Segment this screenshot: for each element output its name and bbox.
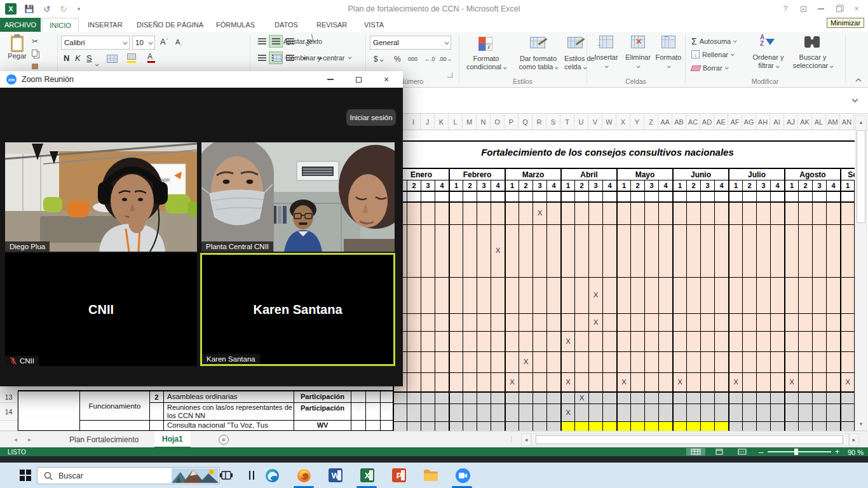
calendar-cell[interactable] bbox=[491, 192, 505, 203]
calendar-cell[interactable] bbox=[616, 393, 630, 404]
calendar-cell[interactable] bbox=[616, 314, 630, 332]
calendar-cell[interactable] bbox=[449, 225, 463, 278]
calendar-cell[interactable] bbox=[826, 314, 840, 332]
calendar-cell[interactable] bbox=[519, 225, 532, 278]
sheet-prev-icon[interactable]: ◂ bbox=[14, 436, 17, 443]
calendar-cell[interactable] bbox=[519, 332, 532, 352]
calendar-cell[interactable] bbox=[560, 278, 574, 314]
calendar-cell[interactable] bbox=[756, 404, 770, 422]
calendar-cell[interactable] bbox=[714, 393, 728, 404]
calendar-cell[interactable] bbox=[826, 352, 840, 373]
calendar-cell[interactable] bbox=[742, 314, 756, 332]
calendar-cell[interactable] bbox=[421, 203, 435, 225]
calendar-cell[interactable] bbox=[644, 332, 658, 352]
calendar-week-header[interactable]: 3 bbox=[532, 180, 546, 192]
calendar-cell[interactable] bbox=[407, 278, 421, 314]
calendar-cell[interactable] bbox=[798, 192, 812, 203]
calendar-cell[interactable] bbox=[560, 192, 574, 203]
calendar-cell[interactable] bbox=[798, 352, 812, 373]
calendar-cell[interactable] bbox=[854, 314, 855, 332]
calendar-cell[interactable] bbox=[700, 192, 714, 203]
activity-cell[interactable]: Reuniones con las/os representantes de l… bbox=[163, 403, 294, 421]
calendar-cell[interactable] bbox=[658, 373, 672, 393]
calendar-cell[interactable] bbox=[463, 352, 477, 373]
calendar-cell[interactable] bbox=[602, 278, 616, 314]
calendar-cell[interactable] bbox=[728, 192, 742, 203]
column-header-J[interactable]: J bbox=[421, 114, 435, 130]
search-box[interactable]: Buscar bbox=[37, 467, 220, 484]
column-header-AH[interactable]: AH bbox=[756, 114, 770, 130]
zoom-minimize-button[interactable] bbox=[318, 71, 343, 88]
calendar-cell[interactable] bbox=[784, 422, 798, 431]
calendar-cell[interactable] bbox=[672, 278, 686, 314]
calendar-cell[interactable] bbox=[477, 192, 491, 203]
calendar-week-header[interactable]: 2 bbox=[630, 180, 644, 192]
calendar-cell[interactable] bbox=[798, 422, 812, 431]
calendar-cell[interactable] bbox=[714, 314, 728, 332]
calendar-cell[interactable] bbox=[686, 278, 700, 314]
calendar-cell[interactable] bbox=[588, 422, 602, 431]
calendar-cell[interactable] bbox=[714, 373, 728, 393]
calendar-week-header[interactable]: 4 bbox=[491, 180, 505, 192]
calendar-cell[interactable] bbox=[644, 422, 658, 431]
calendar-cell[interactable] bbox=[477, 373, 491, 393]
calendar-cell[interactable] bbox=[630, 422, 644, 431]
calendar-cell[interactable] bbox=[644, 192, 658, 203]
calendar-cell[interactable] bbox=[770, 332, 784, 352]
file-explorer-icon[interactable] bbox=[423, 468, 438, 483]
qat-customize-icon[interactable]: ▾ bbox=[72, 3, 85, 15]
sheet-next-icon[interactable]: ▸ bbox=[28, 436, 31, 443]
calendar-cell[interactable] bbox=[393, 393, 407, 404]
calendar-cell[interactable] bbox=[770, 203, 784, 225]
calendar-cell[interactable] bbox=[505, 192, 519, 203]
calendar-cell[interactable] bbox=[756, 278, 770, 314]
undo-icon[interactable]: ↺ bbox=[41, 3, 53, 15]
calendar-cell[interactable] bbox=[421, 352, 435, 373]
paste-button[interactable]: Pegar bbox=[5, 34, 29, 74]
help-icon[interactable]: ? bbox=[778, 3, 793, 15]
calendar-month-julio[interactable]: Julio bbox=[728, 168, 784, 180]
calendar-cell[interactable] bbox=[812, 373, 826, 393]
calendar-cell[interactable] bbox=[812, 332, 826, 352]
calendar-cell[interactable] bbox=[756, 203, 770, 225]
activity-cell[interactable]: Consulta nacional "Tu Voz, Tus bbox=[163, 421, 294, 431]
calendar-cell[interactable] bbox=[826, 422, 840, 431]
font-color-icon[interactable]: A bbox=[147, 52, 155, 63]
calendar-cell[interactable] bbox=[658, 404, 672, 422]
calendar-cell[interactable] bbox=[602, 314, 616, 332]
calendar-cell[interactable] bbox=[546, 373, 560, 393]
calendar-cell[interactable] bbox=[756, 352, 770, 373]
calendar-cell[interactable] bbox=[491, 404, 505, 422]
calendar-cell[interactable] bbox=[742, 373, 756, 393]
tab-splitter-handle[interactable]: ⋮ bbox=[508, 435, 515, 442]
calendar-cell[interactable] bbox=[700, 373, 714, 393]
calendar-cell[interactable] bbox=[602, 203, 616, 225]
calendar-cell[interactable] bbox=[407, 352, 421, 373]
calendar-cell[interactable] bbox=[784, 203, 798, 225]
calendar-cell[interactable] bbox=[393, 422, 407, 431]
column-header-AD[interactable]: AD bbox=[700, 114, 714, 130]
column-header-R[interactable]: R bbox=[532, 114, 546, 130]
calendar-cell[interactable] bbox=[574, 278, 588, 314]
table-cell[interactable] bbox=[365, 403, 380, 421]
tag-cell[interactable]: Participación bbox=[294, 391, 351, 403]
calendar-cell[interactable] bbox=[742, 393, 756, 404]
calendar-cell[interactable] bbox=[742, 404, 756, 422]
calendar-cell[interactable]: X bbox=[574, 393, 588, 404]
calendar-cell[interactable] bbox=[574, 352, 588, 373]
calendar-cell[interactable]: X bbox=[728, 373, 742, 393]
calendar-cell[interactable] bbox=[602, 332, 616, 352]
calendar-cell[interactable] bbox=[532, 393, 546, 404]
underline-button[interactable]: S bbox=[86, 53, 92, 63]
scroll-down-icon[interactable]: ▼ bbox=[855, 418, 867, 430]
calendar-week-header[interactable]: 2 bbox=[463, 180, 477, 192]
calendar-week-header[interactable]: 4 bbox=[602, 180, 616, 192]
row-header[interactable]: 13 bbox=[0, 391, 18, 403]
calendar-week-header[interactable]: 2 bbox=[798, 180, 812, 192]
calendar-cell[interactable] bbox=[560, 352, 574, 373]
calendar-cell[interactable] bbox=[630, 373, 644, 393]
calendar-cell[interactable] bbox=[407, 393, 421, 404]
calendar-cell[interactable] bbox=[644, 373, 658, 393]
calendar-week-header[interactable]: 2 bbox=[407, 180, 421, 192]
calendar-cell[interactable] bbox=[574, 373, 588, 393]
